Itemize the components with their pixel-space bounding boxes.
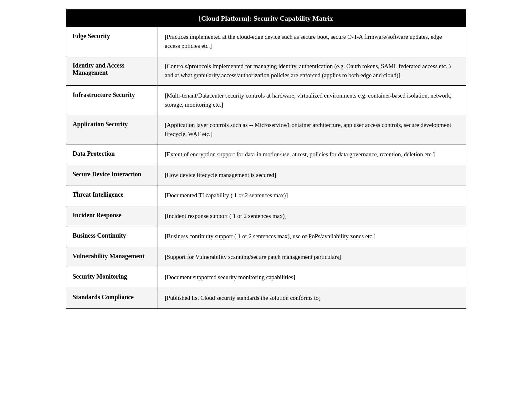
row-description: [Practices implemented at the cloud-edge… [157,27,466,56]
row-label: Application Security [66,115,157,144]
row-label: Data Protection [66,144,157,165]
row-description: [How device lifecycle management is secu… [157,165,466,185]
row-description: [Published list Cloud security standards… [157,288,466,308]
table-row: Threat Intelligence[Documented TI capabi… [66,185,466,206]
table-row: Business Continuity[Business continuity … [66,226,466,247]
table-row: Secure Device Interaction[How device lif… [66,165,466,185]
row-description: [Documented TI capability ( 1 or 2 sente… [157,185,466,206]
table-row: Incident Response[Incident response supp… [66,206,466,226]
row-label: Business Continuity [66,226,157,247]
table-row: Identity and Access Management[Controls/… [66,56,466,86]
row-label: Vulnerability Management [66,247,157,267]
row-label: Edge Security [66,27,157,56]
table-row: Security Monitoring[Document supported s… [66,267,466,288]
row-description: [Support for Vulnerability scanning/secu… [157,247,466,267]
table-row: Vulnerability Management[Support for Vul… [66,247,466,267]
row-label: Infrastructure Security [66,86,157,115]
security-capability-matrix: [Cloud Platform]: Security Capability Ma… [66,9,466,309]
row-label: Security Monitoring [66,267,157,288]
row-description: [Controls/protocols implemented for mana… [157,56,466,86]
row-label: Incident Response [66,206,157,226]
row-description: [Document supported security monitoring … [157,267,466,288]
row-description: [Application layer controls such as -- M… [157,115,466,144]
table-row: Edge Security[Practices implemented at t… [66,27,466,56]
capability-table: Edge Security[Practices implemented at t… [66,27,466,308]
row-description: [Business continuity support ( 1 or 2 se… [157,226,466,247]
row-label: Identity and Access Management [66,56,157,86]
row-description: [Multi-tenant/Datacenter security contro… [157,86,466,115]
row-description: [Extent of encryption support for data-i… [157,144,466,165]
table-row: Infrastructure Security[Multi-tenant/Dat… [66,86,466,115]
table-row: Data Protection[Extent of encryption sup… [66,144,466,165]
table-row: Standards Compliance[Published list Clou… [66,288,466,308]
row-description: [Incident response support ( 1 or 2 sent… [157,206,466,226]
row-label: Secure Device Interaction [66,165,157,185]
table-title: [Cloud Platform]: Security Capability Ma… [66,10,466,27]
row-label: Threat Intelligence [66,185,157,206]
row-label: Standards Compliance [66,288,157,308]
table-row: Application Security[Application layer c… [66,115,466,144]
